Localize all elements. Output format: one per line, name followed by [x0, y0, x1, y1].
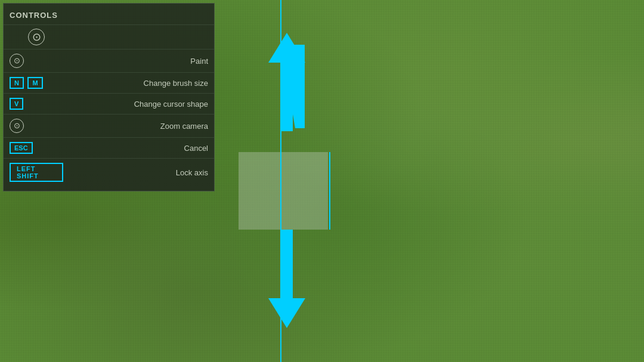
controls-table: ⊙ ⊙ Paint N M Change brush size V: [4, 24, 214, 186]
cursor-shape-action-label: Change cursor shape: [69, 94, 214, 115]
key-badge-n[interactable]: N: [10, 77, 24, 89]
table-row-zoom: ⊙ Zoom camera: [4, 115, 214, 138]
side-axis-line: [329, 152, 330, 230]
cancel-action-label: Cancel: [69, 138, 214, 159]
lock-axis-action-label: Lock axis: [69, 159, 214, 187]
paint-action-label: Paint: [69, 49, 214, 73]
cancel-key: ESC: [4, 138, 69, 159]
header-icon-cell: ⊙: [4, 25, 69, 49]
key-badge-esc[interactable]: ESC: [10, 142, 33, 154]
header-empty-cell: [69, 25, 117, 49]
controller-icon-large: ⊙: [28, 29, 45, 45]
zoom-action-label: Zoom camera: [69, 115, 214, 138]
key-badge-m[interactable]: M: [27, 77, 42, 89]
table-row-paint: ⊙ Paint: [4, 49, 214, 73]
paint-icon-cell: ⊙: [4, 49, 69, 73]
vertical-axis-line: [280, 0, 281, 362]
lock-axis-key: LEFT SHIFT: [4, 159, 69, 187]
table-row-cursor-shape: V Change cursor shape: [4, 94, 214, 115]
controls-panel: CONTROLS ⊙ ⊙ Paint N M Change brush size: [3, 3, 215, 191]
table-row-lock-axis: LEFT SHIFT Lock axis: [4, 159, 214, 187]
brush-size-action-label: Change brush size: [69, 73, 214, 94]
brush-size-keys: N M: [4, 73, 69, 94]
table-row-brush-size: N M Change brush size: [4, 73, 214, 94]
table-header-row: ⊙: [4, 25, 214, 49]
cursor-shape-key: V: [4, 94, 69, 115]
header-empty-cell3: [166, 25, 214, 49]
table-row-cancel: ESC Cancel: [4, 138, 214, 159]
brush-preview-area: [239, 152, 328, 230]
key-badge-v[interactable]: V: [10, 98, 23, 110]
paint-icon: ⊙: [10, 54, 24, 68]
key-badge-left-shift[interactable]: LEFT SHIFT: [10, 163, 63, 182]
zoom-icon-cell: ⊙: [4, 115, 69, 138]
header-empty-cell2: [117, 25, 166, 49]
zoom-icon: ⊙: [10, 119, 24, 133]
panel-title: CONTROLS: [4, 8, 214, 24]
